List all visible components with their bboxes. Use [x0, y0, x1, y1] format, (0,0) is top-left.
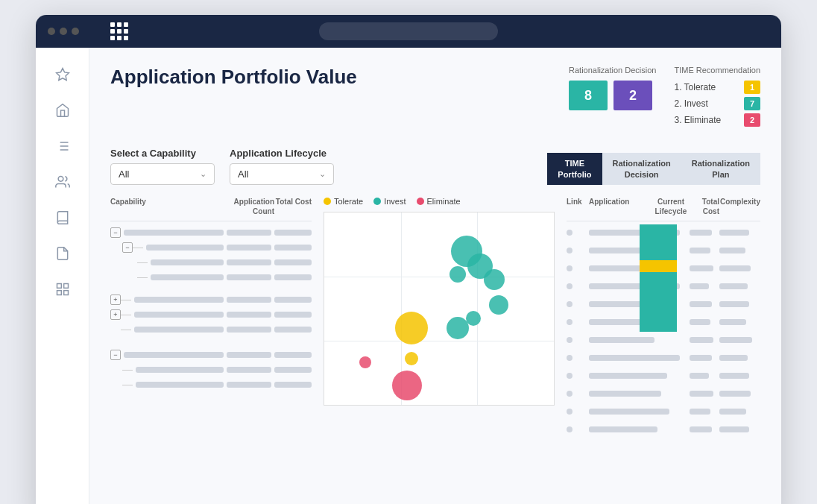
rr-bar-5 — [690, 301, 712, 307]
capability-table-header: Capability Application Count Total Cost — [110, 197, 312, 221]
grid-h-2 — [324, 341, 554, 341]
right-panel: Link Application Current Lifecycle Total… — [567, 197, 760, 439]
rr-cost-6 — [690, 319, 719, 325]
rr-link-4 — [567, 283, 589, 289]
tree-row-1: − — [110, 226, 312, 239]
rr-complex-11 — [719, 409, 760, 415]
tab-rationalization-decision[interactable]: RationalizationDecision — [602, 153, 681, 185]
tree-row-6: + — [110, 308, 312, 321]
tree-count-1 — [227, 230, 271, 236]
rr-complex-bar-9 — [719, 373, 749, 379]
time-rec-item-tolerate: 1. Tolerate 1 — [674, 81, 760, 94]
legend-tolerate: Tolerate — [324, 197, 363, 206]
rr-bar-9 — [690, 373, 709, 379]
svg-rect-11 — [57, 291, 61, 295]
rr-bar-1 — [690, 230, 712, 236]
capability-filter-select[interactable]: All ⌄ — [110, 163, 215, 185]
legend-dot-tolerate — [324, 198, 331, 205]
rr-link-7 — [567, 337, 589, 343]
tree-row-10 — [122, 378, 312, 391]
rr-link-dot-3 — [567, 265, 572, 271]
rr-link-dot-4 — [567, 283, 572, 289]
rr-complex-bar-3 — [719, 265, 751, 271]
rr-complex-10 — [719, 391, 760, 397]
tree-cost-6 — [274, 312, 312, 318]
tree-line-2 — [133, 248, 143, 248]
tree-toggle-5[interactable]: + — [110, 294, 121, 305]
lc-teal-top — [640, 224, 677, 260]
sidebar-item-document[interactable] — [48, 239, 78, 268]
th-capability: Capability — [110, 197, 230, 216]
rr-complex-bar-5 — [719, 301, 749, 307]
tree-count-10 — [227, 382, 271, 388]
lifecycle-filter-select[interactable]: All ⌄ — [230, 163, 334, 185]
rr-cost-5 — [690, 301, 719, 307]
titlebar-search-bar[interactable] — [319, 22, 498, 40]
svg-point-7 — [58, 177, 63, 182]
window-controls — [48, 28, 79, 35]
rr-cost-7 — [690, 337, 719, 343]
filters-and-tabs: Select a Capability All ⌄ Application Li… — [110, 148, 760, 185]
body-wrapper: Application Portfolio Value Rationalizat… — [36, 48, 781, 504]
rr-link-dot-7 — [567, 337, 572, 343]
close-dot — [48, 28, 55, 35]
right-rows — [567, 224, 760, 438]
rr-complex-7 — [719, 337, 760, 343]
time-rec-tolerate-badge: 1 — [744, 81, 760, 94]
tree-toggle-2[interactable]: − — [122, 242, 133, 253]
tab-time-portfolio[interactable]: TIMEPortfolio — [547, 153, 602, 185]
rr-bar-8 — [690, 355, 712, 361]
page-title: Application Portfolio Value — [110, 66, 357, 89]
capability-filter-group: Select a Capability All ⌄ — [110, 148, 215, 185]
bubble-8 — [395, 312, 428, 344]
tabs-row: TIMEPortfolio RationalizationDecision Ra… — [547, 153, 760, 185]
tree-line-6 — [121, 315, 131, 315]
tree-toggle-8[interactable]: − — [110, 350, 121, 360]
sidebar-item-star[interactable] — [48, 60, 78, 89]
mid-panel: Tolerate Invest Eliminate — [324, 197, 555, 439]
bubble-6 — [466, 311, 481, 326]
tree-line-9 — [122, 370, 133, 371]
tree-label-8 — [124, 352, 224, 358]
capability-filter-value: All — [119, 168, 129, 180]
tree-toggle-6[interactable]: + — [110, 309, 121, 320]
rth-lifecycle: Current Lifecycle — [652, 197, 690, 216]
tree-row-7 — [110, 323, 312, 336]
tree-toggle-1[interactable]: − — [110, 227, 121, 238]
tree-count-5 — [227, 297, 271, 303]
rationalization-bar-purple: 2 — [613, 81, 652, 110]
tree-cost-10 — [274, 382, 312, 388]
time-rec-label: TIME Recommendation — [674, 66, 760, 75]
time-rec-list: 1. Tolerate 1 2. Invest 7 3. Eliminate 2 — [674, 81, 760, 127]
rr-bar-4 — [690, 283, 709, 289]
bubble-3 — [484, 269, 505, 290]
tab-rationalization-plan[interactable]: RationalizationPlan — [681, 153, 760, 185]
bubble-10 — [359, 356, 371, 368]
rr-complex-bar-4 — [719, 283, 748, 289]
rr-complex-bar-10 — [719, 391, 751, 397]
rr-complex-bar-2 — [719, 248, 745, 253]
rr-link-dot-8 — [567, 355, 572, 361]
sidebar-item-grid[interactable] — [48, 274, 78, 304]
tree-label-2 — [146, 245, 224, 251]
th-cost: Total Cost — [274, 197, 312, 216]
lifecycle-filter-label: Application Lifecycle — [230, 148, 334, 159]
tree-cost-2 — [274, 245, 312, 251]
tree-row-4 — [137, 271, 312, 284]
rr-cost-10 — [690, 391, 719, 397]
time-rec-eliminate-label: 3. Eliminate — [674, 115, 721, 125]
rr-complex-1 — [719, 230, 760, 236]
rr-link-8 — [567, 355, 589, 361]
time-recommendation-section: TIME Recommendation 1. Tolerate 1 2. Inv… — [674, 66, 760, 130]
th-count: Application Count — [230, 197, 274, 216]
sidebar-item-list[interactable] — [48, 131, 78, 161]
bubble-7 — [447, 317, 469, 339]
tree-cost-8 — [274, 352, 312, 358]
sidebar-item-users[interactable] — [48, 167, 78, 197]
sidebar-item-library[interactable] — [48, 203, 78, 233]
rr-cost-1 — [690, 230, 719, 236]
app-launcher-icon[interactable] — [110, 22, 128, 40]
time-rec-tolerate-label: 1. Tolerate — [674, 82, 716, 92]
sidebar-item-home[interactable] — [48, 95, 78, 125]
capability-filter-label: Select a Capability — [110, 148, 215, 159]
